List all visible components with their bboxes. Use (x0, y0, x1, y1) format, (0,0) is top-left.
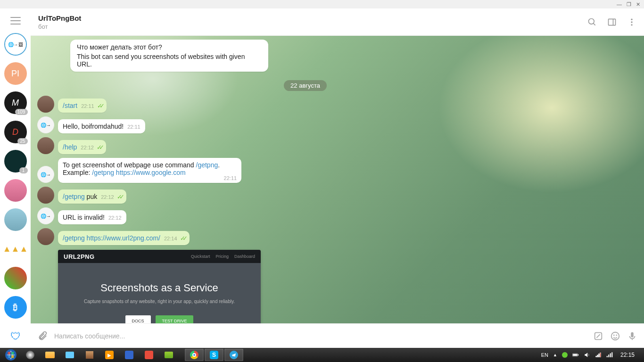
message-bubble-in[interactable]: URL is invalid! 22:12 (58, 210, 126, 224)
user-avatar[interactable] (37, 228, 54, 245)
message-time: 22:11 (81, 103, 94, 109)
maximize-button[interactable]: ❐ (627, 1, 631, 8)
chat-item-9[interactable] (4, 267, 27, 289)
taskbar-skype[interactable]: S (205, 349, 223, 361)
volume-icon[interactable] (584, 352, 590, 358)
message-time: 22:12 (101, 194, 114, 200)
bot-avatar[interactable]: 🌐→ (37, 116, 54, 133)
user-avatar[interactable] (37, 187, 54, 204)
message-bubble-out[interactable]: /getpng https://www.url2png.com/ 22:14 ✓… (58, 231, 190, 245)
chat-title[interactable]: UrlToPngBot (38, 14, 587, 22)
taskbar-app-5[interactable]: ▶ (100, 349, 119, 361)
checks-icon: ✓✓ (117, 193, 122, 200)
tray-icon-1[interactable] (562, 352, 568, 358)
message-input[interactable] (54, 332, 586, 340)
svg-rect-17 (11, 355, 14, 358)
taskbar-app-4[interactable] (80, 349, 99, 361)
message-text: Hello, boifromdahud! (63, 123, 124, 130)
message-text: puk (85, 193, 97, 200)
screenshot-attachment[interactable]: URL2PNG Quickstart Pricing Dashboard Scr… (58, 249, 261, 323)
tray-chevron-icon[interactable]: ▲ (553, 353, 557, 357)
svg-rect-26 (608, 354, 609, 357)
checks-icon: ✓✓ (97, 102, 102, 109)
search-icon[interactable] (587, 17, 597, 27)
message-row: 🌐→ Hello, boifromdahud! 22:11 (37, 116, 644, 133)
svg-rect-14 (8, 352, 10, 354)
bot-avatar[interactable]: 🌐→ (37, 207, 54, 224)
message-bubble-out[interactable]: /start 22:11 ✓✓ (58, 99, 107, 113)
message-text: /start (63, 102, 77, 109)
message-input-bar (31, 323, 644, 348)
taskbar-app-3[interactable] (60, 349, 79, 361)
language-indicator[interactable]: EN (541, 352, 548, 358)
message-text: URL is invalid! (63, 214, 105, 221)
chat-item-pi[interactable]: PI (4, 62, 27, 85)
message-bubble-out[interactable]: /getpng puk 22:12 ✓✓ (58, 189, 126, 204)
message-command[interactable]: /getpng https://www.url2png.com/ (63, 234, 160, 242)
taskbar-chrome[interactable] (185, 349, 204, 361)
message-time: 22:14 (164, 236, 177, 241)
microphone-icon[interactable] (627, 331, 637, 341)
sidepanel-icon[interactable] (607, 17, 617, 27)
minimize-button[interactable]: — (617, 1, 622, 7)
wifi-icon[interactable] (606, 352, 613, 358)
screenshot-nav-item: Pricing (215, 254, 229, 259)
screenshot-brand: URL2PNG (64, 253, 95, 260)
svg-point-10 (614, 335, 614, 335)
user-avatar[interactable] (37, 137, 54, 154)
svg-rect-23 (599, 354, 600, 357)
taskbar-explorer[interactable] (41, 349, 59, 361)
taskbar-app-1[interactable] (21, 349, 40, 361)
bot-info-desc: This bot can send you screenshots of web… (77, 53, 262, 68)
chat-item-urltopngbot[interactable]: 🌐→🖼 (4, 33, 27, 56)
taskbar-telegram[interactable] (224, 349, 243, 361)
bot-avatar[interactable]: 🌐→ (37, 166, 54, 183)
emoji-icon[interactable] (610, 331, 620, 341)
message-command[interactable]: /getpng https://www.google.com (92, 169, 185, 176)
chat-item-5[interactable]: 1 (4, 150, 27, 173)
taskbar-app-6[interactable] (120, 349, 139, 361)
message-row: 🌐→ URL2PNG Quickstart Pricing Dashboard (37, 249, 644, 323)
attach-icon[interactable] (37, 331, 48, 341)
svg-rect-27 (610, 354, 611, 357)
menu-button[interactable] (10, 17, 21, 25)
chat-item-7[interactable] (4, 208, 27, 231)
checks-icon: ✓✓ (97, 144, 101, 151)
close-button[interactable]: ✕ (636, 1, 640, 8)
chat-area[interactable]: Что может делать этот бот? This bot can … (31, 36, 644, 323)
message-row: /getpng puk 22:12 ✓✓ (37, 187, 644, 204)
start-button[interactable] (2, 348, 20, 362)
more-icon[interactable] (627, 17, 636, 27)
clock[interactable]: 22:15 (618, 352, 637, 358)
message-bubble-in[interactable]: To get screenshot of webpage use command… (58, 158, 241, 183)
screenshot-test-button: TEST DRIVE (156, 315, 194, 323)
svg-rect-15 (11, 352, 14, 354)
screenshot-sub: Capture snapshots of any website, right … (67, 299, 251, 304)
taskbar-app-7[interactable] (140, 349, 158, 361)
chat-item-8[interactable]: ▲▲▲ (4, 238, 27, 260)
svg-rect-22 (597, 355, 598, 357)
message-command[interactable]: /getpng (196, 161, 218, 169)
message-row: /help 22:12 ✓✓ (37, 137, 644, 154)
message-bubble-out[interactable]: /help 22:12 ✓✓ (58, 140, 106, 154)
taskbar-app-8[interactable] (159, 349, 178, 361)
chat-item-11[interactable]: 🛡✓ (4, 325, 27, 348)
chat-subtitle: бот (38, 23, 587, 30)
message-text: Example: (63, 169, 92, 176)
message-bubble-in[interactable]: Hello, boifromdahud! 22:11 (58, 119, 145, 133)
chat-item-bitcoin[interactable]: ₿ (4, 296, 27, 319)
message-command[interactable]: /getpng (63, 193, 85, 200)
bot-info-bubble: Что может делать этот бот? This bot can … (70, 40, 268, 72)
chat-item-6[interactable] (4, 179, 27, 202)
chat-header: UrlToPngBot бот (31, 8, 644, 36)
network-icon[interactable] (595, 352, 602, 358)
chat-item-d[interactable]: D25 (4, 121, 27, 143)
command-icon[interactable] (593, 331, 603, 341)
sidebar: 🌐→🖼 PI M109 D25 1 ▲▲▲ ₿ 🛡✓ (0, 8, 31, 348)
message-text: To get screenshot of webpage use command (63, 161, 196, 169)
screenshot-headline: Screenshots as a Service (67, 282, 251, 294)
message-text: . (218, 161, 220, 169)
battery-icon[interactable] (572, 352, 579, 358)
chat-item-m[interactable]: M109 (4, 91, 27, 114)
user-avatar[interactable] (37, 96, 54, 113)
